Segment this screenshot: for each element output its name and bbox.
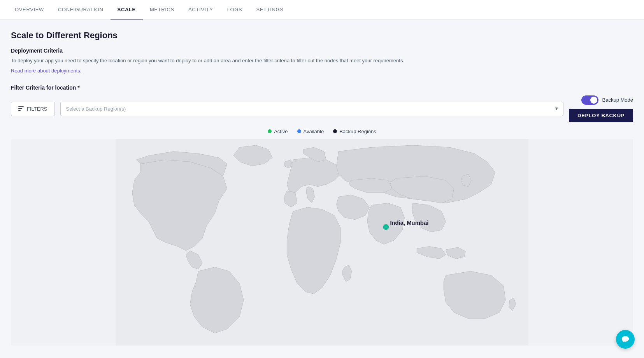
backup-mode-toggle[interactable] bbox=[581, 95, 598, 105]
filters-button-label: FILTERS bbox=[27, 106, 47, 112]
world-map-container[interactable]: India, Mumbai bbox=[11, 139, 633, 346]
toggle-track bbox=[581, 95, 598, 105]
tab-settings[interactable]: SETTINGS bbox=[249, 0, 290, 19]
chat-widget[interactable] bbox=[616, 330, 635, 346]
nav-tabs: OVERVIEW CONFIGURATION SCALE METRICS ACT… bbox=[0, 0, 644, 19]
map-legend: Active Available Backup Regions bbox=[11, 129, 633, 134]
active-label: Active bbox=[274, 129, 288, 134]
filters-button[interactable]: FILTERS bbox=[11, 102, 55, 116]
chat-icon bbox=[621, 335, 630, 344]
tab-logs[interactable]: LOGS bbox=[220, 0, 249, 19]
read-more-link[interactable]: Read more about deployments. bbox=[11, 68, 81, 74]
backup-dot bbox=[333, 129, 337, 133]
legend-backup: Backup Regions bbox=[333, 129, 376, 134]
tab-activity[interactable]: ACTIVITY bbox=[181, 0, 220, 19]
page-title: Scale to Different Regions bbox=[11, 30, 633, 41]
backup-region-select-wrapper: Select a Backup Region(s) ▼ bbox=[60, 102, 564, 116]
tab-overview[interactable]: OVERVIEW bbox=[8, 0, 51, 19]
available-dot bbox=[297, 129, 301, 133]
legend-available: Available bbox=[297, 129, 324, 134]
toggle-thumb bbox=[590, 97, 597, 104]
mumbai-marker-dot bbox=[383, 224, 389, 230]
backup-region-select[interactable]: Select a Backup Region(s) bbox=[60, 102, 564, 116]
description-text: To deploy your app you need to specify t… bbox=[11, 57, 633, 65]
backup-mode-label: Backup Mode bbox=[602, 97, 633, 103]
section-label: Deployment Criteria bbox=[11, 48, 633, 54]
world-map-svg: India, Mumbai bbox=[11, 139, 633, 346]
filter-criteria-label: Filter Criteria for location * bbox=[11, 85, 633, 91]
tab-metrics[interactable]: METRICS bbox=[143, 0, 181, 19]
filter-icon bbox=[18, 106, 24, 111]
top-right-area: Backup Mode DEPLOY BACKUP bbox=[569, 95, 633, 122]
legend-active: Active bbox=[268, 129, 288, 134]
main-content: Scale to Different Regions Deployment Cr… bbox=[0, 19, 644, 346]
available-label: Available bbox=[304, 129, 324, 134]
mumbai-marker-label: India, Mumbai bbox=[390, 220, 428, 226]
filter-section: Filter Criteria for location * FILTERS S… bbox=[11, 85, 633, 122]
tab-configuration[interactable]: CONFIGURATION bbox=[51, 0, 111, 19]
backup-label: Backup Regions bbox=[339, 129, 376, 134]
deploy-backup-button[interactable]: DEPLOY BACKUP bbox=[569, 109, 633, 122]
active-dot bbox=[268, 129, 272, 133]
tab-scale[interactable]: SCALE bbox=[111, 0, 143, 19]
controls-top: Backup Mode bbox=[581, 95, 633, 105]
